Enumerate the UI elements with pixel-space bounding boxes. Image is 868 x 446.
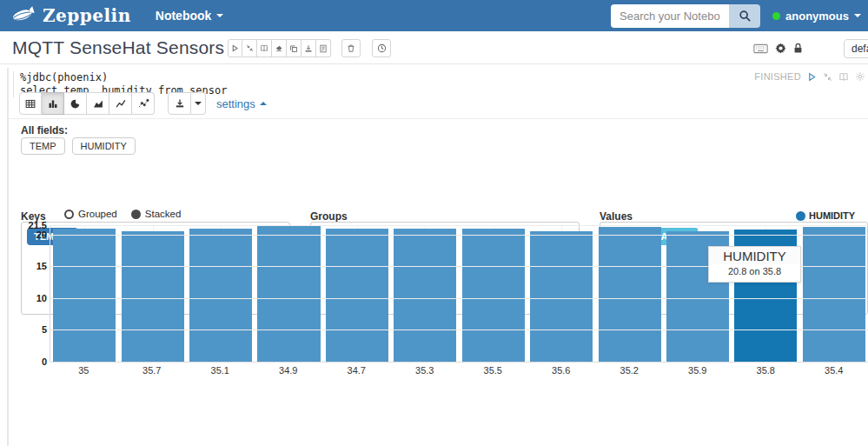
collapse-paragraphs-button[interactable] [242, 39, 257, 57]
clone-note-button[interactable] [287, 39, 301, 57]
user-menu[interactable]: anonymous [772, 10, 861, 23]
chart-settings-panel: All fields: TEMPHUMIDITY Keys Groups Val… [9, 118, 868, 119]
run-all-icon [231, 44, 239, 52]
bar-chart: GroupedStacked HUMIDITY 0510152021.5 353… [0, 206, 868, 446]
bar-35.1[interactable] [189, 229, 252, 362]
radio-icon [64, 210, 74, 219]
note-header: MQTT SenseHat Sensors [0, 31, 868, 64]
top-navbar: Zeppelin Notebook anonymous [0, 0, 868, 31]
tab-bar-chart[interactable] [42, 92, 64, 115]
play-icon[interactable] [807, 72, 817, 82]
y-tick-label: 21.5 [21, 220, 47, 230]
download-options-button[interactable] [191, 92, 206, 115]
bar-slot [50, 225, 118, 362]
scheduler-button[interactable] [372, 39, 391, 57]
run-all-button[interactable] [228, 39, 242, 57]
x-tick-label: 35.7 [118, 365, 187, 376]
user-name: anonymous [785, 10, 849, 23]
zeppelin-logo-icon [10, 6, 36, 25]
bar-slot [323, 225, 391, 362]
mode-radio-label: Stacked [145, 209, 182, 219]
mode-radio-grouped[interactable]: Grouped [64, 209, 117, 219]
lock-icon[interactable] [793, 43, 803, 54]
bar-slot [800, 225, 868, 362]
tab-scatter-chart[interactable] [132, 92, 155, 115]
show-code-icon[interactable] [838, 72, 849, 82]
y-tick-label: 0 [21, 356, 47, 367]
keyboard-icon[interactable] [753, 43, 768, 54]
visualization-toolbar: settings [19, 92, 267, 115]
download-data-button[interactable] [168, 92, 191, 115]
collapse-icon[interactable] [823, 72, 832, 82]
mode-radio-stacked[interactable]: Stacked [131, 209, 182, 219]
search-input[interactable] [611, 4, 729, 28]
bar-35.2[interactable] [599, 227, 661, 362]
bar-35.6[interactable] [530, 231, 593, 362]
collapse-icon [246, 44, 254, 52]
bar-35.3[interactable] [394, 229, 456, 362]
all-fields-label: All fields: [21, 124, 68, 136]
chart-legend[interactable]: HUMIDITY [796, 210, 855, 221]
notebook-menu-label: Notebook [156, 9, 212, 23]
user-status-dot [772, 12, 780, 20]
tab-line-chart[interactable] [109, 92, 132, 115]
scatter-chart-icon [137, 98, 149, 110]
field-chip-humidity[interactable]: HUMIDITY [72, 137, 136, 155]
import-note-button[interactable] [316, 39, 331, 57]
chart-tooltip: HUMIDITY 20.8 on 35.8 [708, 246, 801, 283]
bar-chart-icon [47, 98, 59, 110]
bar-35.4[interactable] [803, 227, 865, 362]
show-code-button[interactable] [257, 39, 272, 57]
radio-icon [131, 210, 141, 219]
search-button[interactable] [729, 4, 760, 28]
bar-slot [595, 225, 663, 362]
mode-radio-label: Grouped [78, 209, 117, 219]
paragraph-status: FINISHED [754, 71, 801, 82]
search-icon [739, 10, 752, 23]
brand-name: Zeppelin [43, 5, 131, 26]
remove-note-button[interactable] [341, 39, 361, 57]
note-toolbar [228, 39, 331, 57]
settings-toggle[interactable]: settings [216, 97, 267, 110]
notebook-search [611, 4, 760, 28]
y-tick-label: 20 [21, 230, 47, 240]
gear-icon[interactable] [775, 43, 786, 54]
note-header-right [753, 43, 803, 54]
clone-icon [289, 44, 298, 53]
tab-area-chart[interactable] [87, 92, 109, 115]
download-button-group [168, 92, 206, 115]
export-note-button[interactable] [301, 39, 316, 57]
tooltip-title: HUMIDITY [709, 247, 800, 264]
gear-icon[interactable] [855, 71, 865, 82]
bar-slot [391, 225, 459, 362]
bar-35.7[interactable] [122, 231, 184, 362]
tooltip-value: 20.8 on 35.8 [709, 264, 800, 282]
x-tick-label: 35 [50, 365, 118, 376]
interpreter-binding-button[interactable]: default [844, 39, 868, 58]
bar-slot [187, 225, 255, 362]
tab-pie-chart[interactable] [64, 92, 87, 115]
bar-35.5[interactable] [462, 229, 525, 362]
x-tick-label: 34.7 [322, 365, 391, 376]
legend-dot-icon [796, 211, 805, 221]
x-axis: 3535.735.134.934.735.335.535.635.235.935… [50, 365, 868, 376]
bar-34.7[interactable] [326, 229, 388, 362]
chart-mode-controls: GroupedStacked [64, 209, 181, 219]
notebook-menu[interactable]: Notebook [156, 9, 224, 23]
settings-label: settings [216, 97, 255, 110]
clock-icon [377, 43, 387, 53]
x-tick-label: 35.9 [664, 365, 732, 376]
note-title[interactable]: MQTT SenseHat Sensors [12, 37, 224, 58]
line-chart-icon [115, 98, 127, 110]
x-tick-label: 35.5 [459, 365, 527, 376]
zeppelin-brand[interactable]: Zeppelin [0, 5, 131, 26]
x-tick-label: 35.4 [800, 365, 868, 376]
paragraph-status-row: FINISHED [754, 71, 865, 82]
clear-output-button[interactable] [272, 39, 287, 57]
bar-35[interactable] [53, 229, 116, 362]
bar-34.9[interactable] [257, 225, 320, 362]
tab-table[interactable] [19, 92, 42, 115]
field-chip-temp[interactable]: TEMP [21, 137, 65, 155]
bar-slot [255, 225, 322, 362]
clear-output-icon [275, 44, 283, 52]
